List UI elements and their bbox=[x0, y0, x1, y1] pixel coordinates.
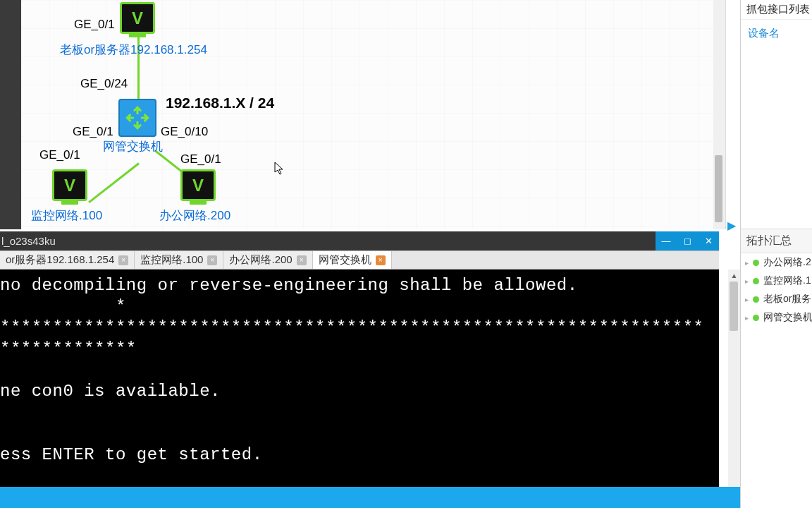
status-dot-icon bbox=[753, 296, 759, 303]
mouse-cursor bbox=[274, 162, 284, 176]
taskbar[interactable] bbox=[0, 487, 740, 508]
port-switch-right: GE_0/10 bbox=[161, 125, 208, 139]
maximize-button[interactable]: ◻ bbox=[677, 231, 698, 250]
node-switch-label: 网管交换机 bbox=[103, 138, 163, 155]
pc-icon: V bbox=[180, 169, 216, 201]
side-panel: 抓包接口列表 设备名 拓扑汇总 ▸ 办公网络.2 ▸ 监控网络.1 ▸ 老板or… bbox=[740, 0, 812, 508]
port-office: GE_0/1 bbox=[180, 152, 221, 167]
chevron-right-icon: ▸ bbox=[745, 259, 749, 267]
device-name: 监控网络.1 bbox=[763, 274, 811, 287]
pc-icon: V bbox=[120, 2, 155, 34]
status-dot-icon bbox=[753, 260, 759, 266]
node-monitor[interactable]: V bbox=[52, 169, 87, 201]
device-list-item[interactable]: ▸ 办公网络.2 bbox=[741, 253, 812, 272]
node-office-label: 办公网络.200 bbox=[159, 207, 230, 224]
tab-label: 网管交换机 bbox=[319, 253, 371, 267]
close-button[interactable]: ✕ bbox=[698, 231, 719, 250]
tab-close-icon[interactable]: × bbox=[207, 255, 217, 265]
node-office[interactable]: V bbox=[180, 169, 216, 201]
panel-expand-icon[interactable]: ▶ bbox=[727, 219, 737, 233]
chevron-right-icon: ▸ bbox=[745, 314, 749, 322]
minimize-button[interactable]: — bbox=[656, 231, 677, 250]
port-switch-left: GE_0/1 bbox=[73, 125, 113, 139]
left-toolbar bbox=[0, 0, 21, 229]
terminal-title: l_o23s43ku bbox=[0, 235, 56, 247]
pc-icon: V bbox=[52, 169, 87, 201]
device-name: 老板or服务 bbox=[763, 293, 811, 306]
terminal-tab[interactable]: or服务器192.168.1.254 × bbox=[0, 251, 135, 269]
device-list-item[interactable]: ▸ 监控网络.1 bbox=[741, 272, 812, 290]
node-server[interactable]: V bbox=[120, 2, 155, 34]
tab-label: 办公网络.200 bbox=[229, 253, 292, 267]
terminal-tab[interactable]: 监控网络.100 × bbox=[135, 251, 223, 269]
subnet-label: 192.168.1.X / 24 bbox=[166, 95, 274, 111]
terminal-tab-active[interactable]: 网管交换机 × bbox=[313, 251, 392, 269]
terminal-titlebar[interactable]: l_o23s43ku — ◻ ✕ bbox=[0, 231, 719, 250]
topology-summary-header: 拓扑汇总 bbox=[741, 229, 812, 253]
node-server-label: 老板or服务器192.168.1.254 bbox=[60, 42, 207, 58]
port-server: GE_0/1 bbox=[74, 18, 115, 32]
chevron-right-icon: ▸ bbox=[745, 277, 749, 285]
chevron-right-icon: ▸ bbox=[745, 296, 749, 303]
node-monitor-label: 监控网络.100 bbox=[31, 207, 102, 224]
tab-close-icon[interactable]: × bbox=[297, 255, 307, 265]
terminal-scrollbar[interactable]: ▲ ▼ bbox=[728, 270, 740, 499]
device-name: 网管交换机 bbox=[763, 311, 812, 324]
canvas-scrollbar[interactable] bbox=[713, 0, 725, 229]
link-switch-monitor bbox=[88, 162, 140, 203]
device-column-header[interactable]: 设备名 bbox=[741, 20, 812, 49]
device-list-item[interactable]: ▸ 老板or服务 bbox=[741, 290, 812, 308]
device-name: 办公网络.2 bbox=[763, 256, 811, 269]
device-list-item[interactable]: ▸ 网管交换机 bbox=[741, 308, 812, 327]
tab-label: or服务器192.168.1.254 bbox=[6, 253, 114, 267]
tab-label: 监控网络.100 bbox=[140, 253, 203, 267]
terminal-tabs: or服务器192.168.1.254 × 监控网络.100 × 办公网络.200… bbox=[0, 250, 719, 270]
port-switch-up: GE_0/24 bbox=[80, 77, 128, 91]
status-dot-icon bbox=[753, 315, 759, 321]
tab-close-icon[interactable]: × bbox=[376, 255, 386, 265]
port-monitor: GE_0/1 bbox=[39, 148, 80, 162]
topology-canvas[interactable]: V 老板or服务器192.168.1.254 GE_0/1 网管交换机 GE_0… bbox=[21, 0, 726, 229]
tab-close-icon[interactable]: × bbox=[118, 255, 128, 265]
terminal-output[interactable]: no decompiling or reverse-engineering sh… bbox=[0, 270, 719, 499]
terminal-window: l_o23s43ku — ◻ ✕ or服务器192.168.1.254 × 监控… bbox=[0, 231, 719, 500]
capture-list-header: 抓包接口列表 bbox=[741, 0, 812, 20]
terminal-tab[interactable]: 办公网络.200 × bbox=[223, 251, 312, 269]
node-switch[interactable] bbox=[118, 99, 156, 137]
status-dot-icon bbox=[753, 278, 759, 284]
switch-icon bbox=[118, 99, 156, 137]
